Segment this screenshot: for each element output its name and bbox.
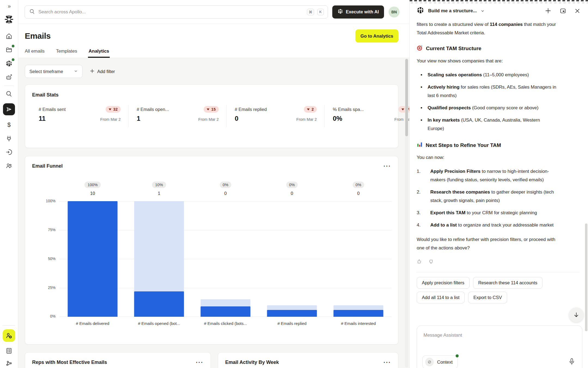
- reps-card-menu-button[interactable]: ···: [196, 361, 203, 364]
- message-composer[interactable]: Message Assistant Context: [417, 325, 582, 368]
- topbar: Search across Apollo... ⌘ K Execute with…: [18, 0, 409, 24]
- bot-icon[interactable]: [5, 73, 13, 81]
- funnel-percent-row: 100% 10% 0% 0% 0%: [59, 182, 392, 188]
- add-filter-label: Add filter: [97, 69, 115, 74]
- email-funnel-title: Email Funnel: [32, 163, 63, 169]
- tasks-list-icon[interactable]: [5, 347, 13, 355]
- add-to-list-button[interactable]: Add all 114 to a list: [417, 292, 465, 303]
- k-key-badge: K: [317, 9, 324, 15]
- people-icon[interactable]: [5, 162, 13, 170]
- scroll-to-bottom-button[interactable]: [569, 307, 584, 322]
- panel-top-dashed-line-2: [411, 2, 588, 3]
- stat-since: From Mar 2: [100, 117, 121, 122]
- search-placeholder: Search across Apollo...: [38, 9, 304, 15]
- search-icon[interactable]: [5, 90, 13, 98]
- stat-label: # Emails open...: [137, 107, 169, 112]
- list-item: Qualified prospects (Good company score …: [417, 104, 557, 112]
- panel-scrollbar-thumb[interactable]: [585, 224, 587, 331]
- assistant-thread-title[interactable]: Build me a structure...: [428, 8, 477, 14]
- x-label: # Emails delivered: [59, 321, 126, 326]
- dart-target-icon: [417, 45, 423, 52]
- stat-value: 11: [39, 115, 45, 122]
- dollar-deals-icon[interactable]: $: [5, 121, 13, 129]
- assistant-action-buttons: Apply precision filters Research these 1…: [417, 277, 581, 303]
- delta-badge: 15: [204, 106, 219, 113]
- tab-analytics[interactable]: Analytics: [89, 49, 109, 58]
- main-scrollbar-thumb[interactable]: [405, 59, 408, 136]
- funnel-chart: 100% 10% 0% 0% 0% 10 1 0 0 0 100%: [59, 182, 392, 326]
- funnel-count-row: 10 1 0 0 0: [59, 188, 392, 197]
- list-item: Scaling sales operations (11–5,000 emplo…: [417, 71, 557, 79]
- go-to-analytics-button[interactable]: Go to Analytics: [355, 29, 398, 43]
- microphone-icon[interactable]: [569, 358, 575, 366]
- triangle-down-icon: [109, 108, 111, 110]
- funnel-plot-area: 100% 75% 50% 25% 0%: [59, 201, 392, 317]
- tam-lead-text: Your view now shows companies that are:: [417, 57, 557, 65]
- list-item: In key markets (USA, UK, Canada, Austral…: [417, 116, 557, 133]
- ai-globe-icon: [337, 8, 343, 15]
- analytics-scroll-area: Select timeframe Add filter Email Stats …: [18, 58, 409, 368]
- user-avatar[interactable]: BN: [389, 7, 400, 17]
- tab-all-emails[interactable]: All emails: [25, 49, 45, 58]
- thumbs-down-icon[interactable]: [428, 259, 434, 264]
- globe-status-dot: [12, 58, 14, 61]
- chevron-down-icon[interactable]: [480, 9, 485, 13]
- context-slash-icon: [425, 358, 434, 366]
- stat-emails-sent: # Emails sent 32 11 From Mar 2: [39, 105, 129, 127]
- percent-pill: 0%: [220, 182, 231, 188]
- global-search-input[interactable]: Search across Apollo... ⌘ K: [25, 5, 328, 19]
- chevron-down-icon: [74, 69, 78, 74]
- new-chat-plus-icon[interactable]: [545, 7, 552, 14]
- bar-emails-delivered: [59, 201, 126, 317]
- thumbs-up-icon[interactable]: [417, 259, 422, 264]
- stat-label: # Emails sent: [39, 107, 66, 112]
- assistant-divider: [416, 272, 580, 272]
- stat-value: 1: [137, 115, 140, 122]
- timeframe-select[interactable]: Select timeframe: [25, 65, 83, 78]
- sidebar-divider: [4, 86, 14, 86]
- bar-count: 0: [291, 191, 293, 197]
- triangle-down-icon: [401, 108, 404, 110]
- export-csv-button[interactable]: Export to CSV: [468, 292, 507, 303]
- plug-integrations-icon[interactable]: [5, 134, 13, 143]
- close-icon[interactable]: [574, 8, 580, 14]
- folder-icon[interactable]: [5, 46, 13, 54]
- sequences-send-icon-active[interactable]: [3, 103, 15, 115]
- workflow-nodes-icon[interactable]: [5, 360, 13, 368]
- research-accounts-button[interactable]: Research these 114 accounts: [473, 277, 543, 289]
- execute-with-ai-label: Execute with AI: [346, 9, 379, 14]
- composer-placeholder: Message Assistant: [424, 333, 462, 338]
- main-scrollbar[interactable]: [405, 59, 408, 367]
- assistant-ai-icon: [417, 7, 424, 15]
- sidebar-expand-icon[interactable]: »: [8, 3, 10, 9]
- tab-templates[interactable]: Templates: [56, 49, 77, 58]
- context-pill[interactable]: Context: [422, 355, 458, 368]
- filter-row: Select timeframe Add filter: [25, 58, 398, 85]
- funnel-x-labels: # Emails delivered # Emails opened (bot.…: [59, 321, 392, 326]
- activity-card-menu-button[interactable]: ···: [383, 361, 391, 364]
- email-stats-card: Email Stats # Emails sent 32 11 From Mar…: [25, 85, 398, 148]
- apollo-logo[interactable]: [4, 15, 14, 25]
- app-window: »: [0, 0, 588, 368]
- stat-label: % Emails spa...: [333, 107, 364, 112]
- home-icon[interactable]: [5, 32, 13, 40]
- apply-precision-filters-button[interactable]: Apply precision filters: [417, 277, 470, 289]
- tab-bar: All emails Templates Analytics: [18, 43, 409, 58]
- add-filter-button[interactable]: Add filter: [90, 68, 115, 75]
- popout-panel-icon[interactable]: [560, 8, 566, 14]
- bar-emails-replied: [259, 201, 325, 317]
- enter-arrow-icon[interactable]: [5, 148, 13, 156]
- bar-emails-opened: [126, 201, 192, 317]
- stat-emails-opened: # Emails open... 15 1 From Mar 2: [137, 105, 227, 127]
- person-add-avatar-icon[interactable]: [3, 329, 15, 342]
- funnel-menu-button[interactable]: ···: [383, 164, 391, 168]
- next-steps-heading: Next Steps to Refine Your TAM: [417, 141, 557, 149]
- bar-count: 1: [158, 191, 160, 197]
- search-icon: [29, 8, 35, 16]
- delta-badge: 2: [304, 106, 317, 113]
- prospect-globe-icon[interactable]: [5, 59, 13, 68]
- bottom-cards-row: Reps with Most Effective Emails ··· Emai…: [25, 352, 398, 368]
- bar-emails-interested: [325, 201, 392, 317]
- panel-top-dashed-line: [410, 0, 588, 1]
- execute-with-ai-button[interactable]: Execute with AI: [332, 5, 384, 19]
